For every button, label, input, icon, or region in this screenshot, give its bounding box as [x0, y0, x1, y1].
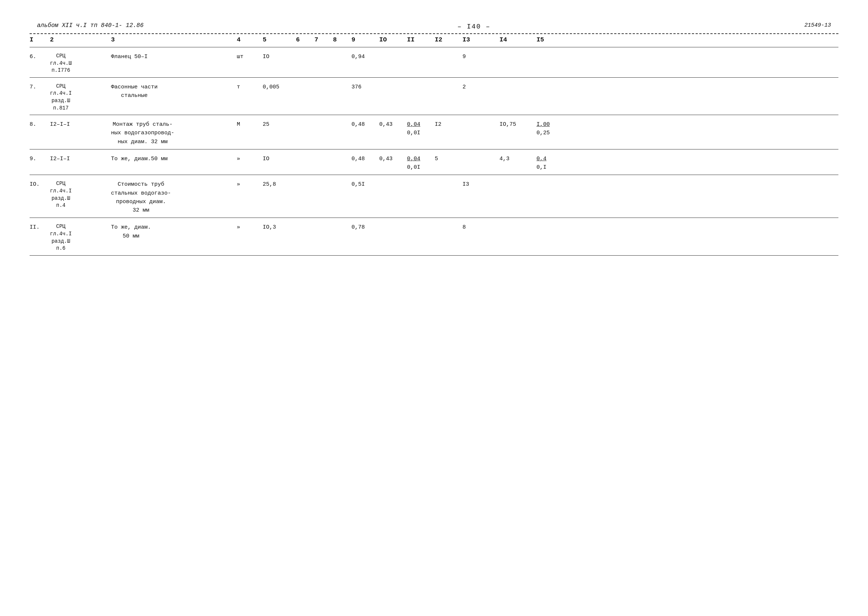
- col-header-5: 5: [263, 36, 296, 43]
- table-row: 7. СРЦ гл.4ч.I разд.Ш п.817 Фасонные час…: [30, 79, 838, 113]
- row8-col5: 25: [263, 120, 296, 129]
- row8-ref: I2–I–I: [50, 120, 111, 129]
- row9-col12: 5: [435, 155, 462, 163]
- row9-col4: »: [237, 155, 263, 163]
- row8-col9: 0,48: [352, 120, 379, 129]
- row11-col9: 0,78: [352, 223, 379, 232]
- header-center: – I40 –: [457, 23, 491, 30]
- row6-bottom-line: [30, 77, 838, 78]
- row11-col13: 8: [462, 223, 500, 232]
- col-header-12: I2: [435, 36, 462, 43]
- row6-col4: шт: [237, 53, 263, 61]
- row9-col9: 0,48: [352, 155, 379, 163]
- row7-col4: т: [237, 83, 263, 91]
- row9-desc: То же, диам.50 мм: [111, 155, 237, 163]
- row11-num: II.: [30, 223, 50, 232]
- col-header-9: 9: [352, 36, 379, 43]
- table-row: II. СРЦ гл.4ч.I разд.Ш п.6 То же, диам. …: [30, 219, 838, 253]
- row10-num: IO.: [30, 180, 50, 189]
- row6-col5: IO: [263, 53, 296, 61]
- row7-col13: 2: [462, 83, 500, 91]
- row11-bottom-line: [30, 255, 838, 256]
- col-header-4: 4: [237, 36, 263, 43]
- row6-num: 6.: [30, 53, 50, 61]
- table-row: 6. СРЦ гл.4ч.Ш п.I776 Фланец 50–I шт IO …: [30, 49, 838, 76]
- row10-ref: СРЦ гл.4ч.I разд.Ш п.4: [50, 180, 111, 209]
- row11-desc: То же, диам. 50 мм: [111, 223, 237, 240]
- col-header-7: 7: [314, 36, 333, 43]
- row6-col13: 9: [462, 53, 500, 61]
- column-headers: I 2 3 4 5 6 7 8 9 IO II I2 I3 I4 I5: [30, 34, 838, 46]
- row9-bottom-line: [30, 174, 838, 175]
- row8-col14: IO,75: [500, 120, 536, 129]
- row7-bottom-line: [30, 115, 838, 115]
- page-header: альбом XII ч.I тп 840-1- 12.86 – I40 – 2…: [30, 22, 838, 30]
- row6-ref: СРЦ гл.4ч.Ш п.I776: [50, 53, 111, 74]
- row6-desc: Фланец 50–I: [111, 53, 237, 61]
- col-header-2: 2: [50, 36, 111, 43]
- row8-desc: Монтаж труб сталь- ных водогазопровод- н…: [111, 120, 237, 146]
- row7-col9: 376: [352, 83, 379, 91]
- row10-desc: Стоимость труб стальных водогазо- провод…: [111, 180, 237, 215]
- col-header-11: II: [407, 36, 435, 43]
- row11-col4: »: [237, 223, 263, 232]
- row9-num: 9.: [30, 155, 50, 163]
- row6-col9: 0,94: [352, 53, 379, 61]
- row10-col5: 25,8: [263, 180, 296, 189]
- table-row: 8. I2–I–I Монтаж труб сталь- ных водогаз…: [30, 116, 838, 148]
- row8-bottom-line: [30, 149, 838, 149]
- row8-num: 8.: [30, 120, 50, 129]
- col-header-3: 3: [111, 36, 237, 43]
- row9-col10: 0,43: [379, 155, 407, 163]
- row11-col5: IO,3: [263, 223, 296, 232]
- col-header-1: I: [30, 36, 50, 43]
- table-row: IO. СРЦ гл.4ч.I разд.Ш п.4 Стоимость тру…: [30, 176, 838, 216]
- col-header-13: I3: [462, 36, 500, 43]
- row8-col10: 0,43: [379, 120, 407, 129]
- header-right: 21549-13: [804, 22, 831, 28]
- row8-col15: I,00 0,25: [536, 120, 581, 138]
- row10-col13: I3: [462, 180, 500, 189]
- col-header-15: I5: [536, 36, 581, 43]
- col-header-14: I4: [500, 36, 536, 43]
- header-left: альбом XII ч.I тп 840-1- 12.86: [37, 22, 143, 29]
- row8-col4: М: [237, 120, 263, 129]
- row9-col14: 4,3: [500, 155, 536, 163]
- row7-desc: Фасонные части стальные: [111, 83, 237, 100]
- header-bottom-line: [30, 47, 838, 47]
- col-header-10: IO: [379, 36, 407, 43]
- col-header-6: 6: [296, 36, 314, 43]
- row8-col12: I2: [435, 120, 462, 129]
- row9-col15: 0,4 0,I: [536, 155, 581, 172]
- row9-col5: IO: [263, 155, 296, 163]
- row9-col11: 0,04 0,0I: [407, 155, 435, 172]
- col-header-8: 8: [333, 36, 352, 43]
- row7-col5: 0,005: [263, 83, 296, 91]
- row9-ref: I2–I–I: [50, 155, 111, 163]
- row10-col4: »: [237, 180, 263, 189]
- row8-col11: 0,04 0,0I: [407, 120, 435, 138]
- row11-ref: СРЦ гл.4ч.I разд.Ш п.6: [50, 223, 111, 252]
- row7-ref: СРЦ гл.4ч.I разд.Ш п.817: [50, 83, 111, 112]
- table-row: 9. I2–I–I То же, диам.50 мм » IO 0,48 0,…: [30, 151, 838, 173]
- row10-col9: 0,5I: [352, 180, 379, 189]
- row7-num: 7.: [30, 83, 50, 91]
